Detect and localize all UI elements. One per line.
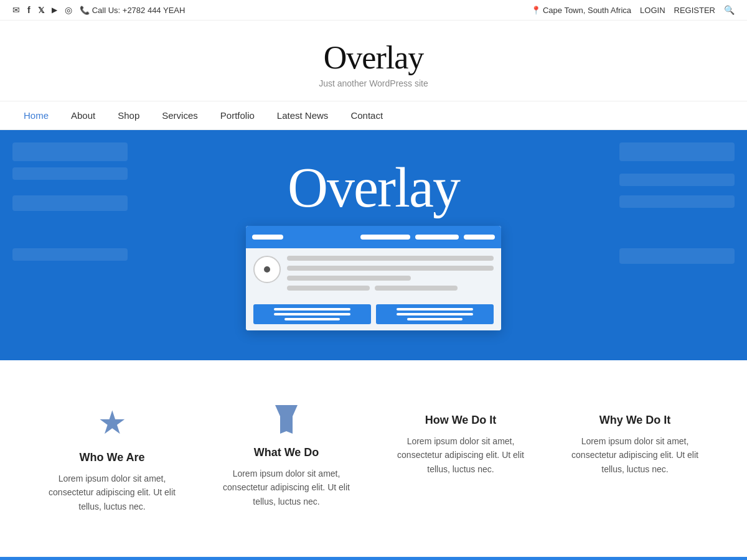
feature-card-3: Why We Do ItLorem ipsum dolor sit amet, … — [548, 391, 722, 526]
mockup-pill-1 — [252, 235, 283, 240]
hero-content: Overlay — [246, 160, 501, 330]
mockup-btn-1 — [253, 304, 371, 324]
nav-item-latest-news[interactable]: Latest News — [266, 101, 340, 129]
site-header: Overlay Just another WordPress site — [0, 21, 747, 101]
site-title: Overlay — [12, 39, 735, 76]
search-icon[interactable]: 🔍 — [724, 5, 735, 15]
mockup-btn-2 — [376, 304, 494, 324]
mockup-line-2 — [287, 266, 494, 271]
mail-icon[interactable] — [12, 5, 20, 15]
facebook-icon[interactable]: f — [27, 5, 31, 15]
nav-item-contact[interactable]: Contact — [339, 101, 394, 129]
mockup-btn-line-3 — [284, 318, 340, 320]
mockup-btn-line-5 — [397, 313, 474, 315]
mockup-btn-line-2 — [274, 313, 351, 315]
features-section: ★Who We AreLorem ipsum dolor sit amet, c… — [0, 360, 747, 557]
mockup-line-3 — [287, 276, 411, 281]
mockup-topbar — [246, 226, 501, 248]
hero-title: Overlay — [288, 160, 459, 216]
instagram-icon[interactable]: ◎ — [65, 5, 72, 15]
top-bar-left: f 𝕏 ▶ ◎ 📞Call Us: +2782 444 YEAH — [12, 5, 185, 15]
mockup-lines — [287, 256, 494, 291]
site-tagline: Just another WordPress site — [12, 78, 735, 88]
feature-card-2: How We Do ItLorem ipsum dolor sit amet, … — [374, 391, 548, 526]
footer-bar — [0, 557, 747, 560]
login-link[interactable]: LOGIN — [640, 6, 665, 15]
feature-text-3: Lorem ipsum dolor sit amet, consectetur … — [566, 434, 703, 476]
feature-icon-0: ★ — [44, 404, 181, 441]
mockup-btn-line-1 — [274, 308, 351, 310]
feature-text-2: Lorem ipsum dolor sit amet, consectetur … — [392, 434, 529, 476]
location-text: 📍Cape Town, South Africa — [531, 6, 631, 15]
mockup-body — [246, 248, 501, 298]
mockup-pill-2 — [360, 235, 410, 240]
mockup-pill-4 — [464, 235, 495, 240]
hero-mockup — [246, 226, 501, 330]
svg-marker-0 — [275, 405, 298, 434]
feature-title-1: What We Do — [218, 446, 355, 459]
twitter-icon[interactable]: 𝕏 — [38, 6, 44, 15]
phone-text: 📞Call Us: +2782 444 YEAH — [80, 6, 186, 15]
top-bar: f 𝕏 ▶ ◎ 📞Call Us: +2782 444 YEAH 📍Cape T… — [0, 0, 747, 21]
feature-text-1: Lorem ipsum dolor sit amet, consectetur … — [218, 467, 355, 508]
nav-item-services[interactable]: Services — [151, 101, 209, 129]
mockup-line-1 — [287, 256, 494, 261]
nav-item-home[interactable]: Home — [12, 101, 60, 129]
feature-title-0: Who We Are — [44, 451, 181, 464]
mockup-line-5 — [375, 286, 458, 291]
register-link[interactable]: REGISTER — [674, 6, 715, 15]
mockup-btn-line-6 — [407, 318, 463, 320]
nav-item-shop[interactable]: Shop — [106, 101, 151, 129]
nav-item-portfolio[interactable]: Portfolio — [209, 101, 266, 129]
mockup-pill-3 — [415, 235, 459, 240]
feature-title-2: How We Do It — [392, 414, 529, 427]
feature-title-3: Why We Do It — [566, 414, 703, 427]
mockup-btn-line-4 — [397, 308, 474, 310]
feature-card-0: ★Who We AreLorem ipsum dolor sit amet, c… — [25, 391, 199, 526]
mockup-avatar — [253, 256, 281, 283]
youtube-icon[interactable]: ▶ — [52, 6, 57, 14]
feature-icon-1 — [218, 404, 355, 436]
nav-item-about[interactable]: About — [60, 101, 106, 129]
mockup-footer — [246, 298, 501, 330]
hero-banner: Overlay — [0, 130, 747, 360]
main-nav: HomeAboutShopServicesPortfolioLatest New… — [0, 101, 747, 130]
feature-card-1: What We DoLorem ipsum dolor sit amet, co… — [199, 391, 374, 526]
top-bar-right: 📍Cape Town, South Africa LOGIN REGISTER … — [531, 5, 735, 15]
mockup-line-4 — [287, 286, 370, 291]
feature-text-0: Lorem ipsum dolor sit amet, consectetur … — [44, 472, 181, 513]
